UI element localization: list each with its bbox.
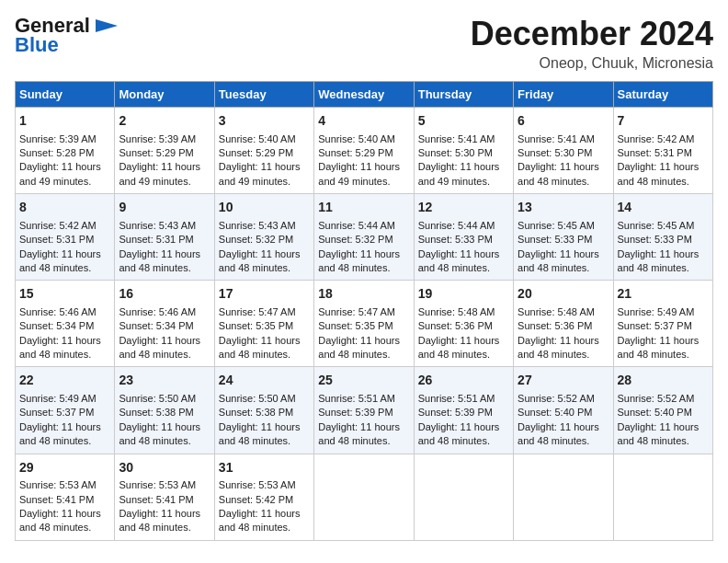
sunrise-label: Sunrise: 5:44 AM: [318, 220, 395, 231]
daylight-label: Daylight: 11 hours and 48 minutes.: [219, 421, 301, 446]
sunset-label: Sunset: 5:41 PM: [119, 494, 193, 505]
day-cell: 10Sunrise: 5:43 AMSunset: 5:32 PMDayligh…: [214, 194, 313, 281]
sunset-label: Sunset: 5:40 PM: [618, 407, 692, 418]
daylight-label: Daylight: 11 hours and 48 minutes.: [119, 421, 200, 446]
day-cell: 24Sunrise: 5:50 AMSunset: 5:38 PMDayligh…: [214, 367, 313, 454]
sunrise-label: Sunrise: 5:39 AM: [119, 133, 196, 144]
col-header-saturday: Saturday: [613, 82, 712, 108]
sunset-label: Sunset: 5:38 PM: [219, 407, 293, 418]
day-cell: 11Sunrise: 5:44 AMSunset: 5:32 PMDayligh…: [314, 194, 414, 281]
daylight-label: Daylight: 11 hours and 49 minutes.: [219, 161, 301, 186]
sunrise-label: Sunrise: 5:48 AM: [418, 306, 495, 317]
sunrise-label: Sunrise: 5:41 AM: [518, 133, 595, 144]
day-cell: 12Sunrise: 5:44 AMSunset: 5:33 PMDayligh…: [414, 194, 513, 281]
week-row-3: 15Sunrise: 5:46 AMSunset: 5:34 PMDayligh…: [16, 281, 713, 367]
day-number: 12: [418, 199, 509, 217]
day-number: 31: [219, 459, 310, 477]
sunset-label: Sunset: 5:31 PM: [119, 234, 193, 245]
daylight-label: Daylight: 11 hours and 48 minutes.: [19, 248, 101, 273]
week-row-1: 1Sunrise: 5:39 AMSunset: 5:28 PMDaylight…: [16, 108, 713, 194]
week-row-4: 22Sunrise: 5:49 AMSunset: 5:37 PMDayligh…: [16, 367, 713, 454]
sunset-label: Sunset: 5:35 PM: [219, 320, 293, 331]
day-cell: 6Sunrise: 5:41 AMSunset: 5:30 PMDaylight…: [514, 108, 613, 194]
daylight-label: Daylight: 11 hours and 48 minutes.: [618, 421, 700, 446]
day-cell: 26Sunrise: 5:51 AMSunset: 5:39 PMDayligh…: [414, 367, 513, 454]
day-number: 2: [119, 112, 210, 131]
sunset-label: Sunset: 5:29 PM: [119, 147, 193, 158]
sunset-label: Sunset: 5:42 PM: [219, 494, 293, 505]
day-number: 4: [318, 112, 409, 131]
day-cell: 18Sunrise: 5:47 AMSunset: 5:35 PMDayligh…: [314, 281, 414, 367]
day-number: 3: [219, 112, 310, 131]
sunset-label: Sunset: 5:34 PM: [19, 320, 94, 331]
sunrise-label: Sunrise: 5:53 AM: [19, 479, 97, 490]
week-row-2: 8Sunrise: 5:42 AMSunset: 5:31 PMDaylight…: [16, 194, 713, 281]
day-number: 28: [618, 372, 709, 390]
day-cell: 14Sunrise: 5:45 AMSunset: 5:33 PMDayligh…: [613, 194, 712, 281]
day-number: 16: [119, 285, 210, 304]
sunrise-label: Sunrise: 5:46 AM: [119, 306, 196, 317]
sunrise-label: Sunrise: 5:41 AM: [418, 133, 495, 144]
col-header-tuesday: Tuesday: [214, 82, 313, 108]
sunset-label: Sunset: 5:29 PM: [318, 147, 392, 158]
sunset-label: Sunset: 5:35 PM: [318, 320, 392, 331]
day-cell: 2Sunrise: 5:39 AMSunset: 5:29 PMDaylight…: [115, 108, 214, 194]
day-number: 9: [119, 199, 210, 217]
day-cell: 3Sunrise: 5:40 AMSunset: 5:29 PMDaylight…: [214, 108, 313, 194]
sunset-label: Sunset: 5:32 PM: [318, 234, 392, 245]
sunset-label: Sunset: 5:31 PM: [19, 234, 94, 245]
day-cell: 15Sunrise: 5:46 AMSunset: 5:34 PMDayligh…: [16, 281, 115, 367]
main-title: December 2024: [471, 15, 713, 53]
sunset-label: Sunset: 5:39 PM: [318, 407, 392, 418]
daylight-label: Daylight: 11 hours and 48 minutes.: [518, 421, 599, 446]
day-number: 19: [418, 285, 509, 304]
day-number: 26: [418, 372, 509, 390]
day-cell: [314, 454, 414, 540]
day-cell: 20Sunrise: 5:48 AMSunset: 5:36 PMDayligh…: [514, 281, 613, 367]
sunrise-label: Sunrise: 5:52 AM: [618, 393, 695, 404]
day-cell: 30Sunrise: 5:53 AMSunset: 5:41 PMDayligh…: [115, 454, 214, 540]
day-number: 24: [219, 372, 310, 390]
daylight-label: Daylight: 11 hours and 49 minutes.: [119, 161, 200, 186]
day-number: 20: [518, 285, 609, 304]
day-number: 8: [19, 199, 110, 217]
day-number: 6: [518, 112, 609, 131]
day-number: 18: [318, 285, 409, 304]
sunset-label: Sunset: 5:36 PM: [418, 320, 493, 331]
day-cell: 31Sunrise: 5:53 AMSunset: 5:42 PMDayligh…: [214, 454, 313, 540]
daylight-label: Daylight: 11 hours and 49 minutes.: [318, 161, 400, 186]
day-cell: 23Sunrise: 5:50 AMSunset: 5:38 PMDayligh…: [115, 367, 214, 454]
daylight-label: Daylight: 11 hours and 49 minutes.: [19, 161, 101, 186]
day-cell: 5Sunrise: 5:41 AMSunset: 5:30 PMDaylight…: [414, 108, 513, 194]
day-number: 13: [518, 199, 609, 217]
sunrise-label: Sunrise: 5:53 AM: [219, 479, 296, 490]
day-cell: 1Sunrise: 5:39 AMSunset: 5:28 PMDaylight…: [16, 108, 115, 194]
sunrise-label: Sunrise: 5:49 AM: [618, 306, 695, 317]
sunset-label: Sunset: 5:31 PM: [618, 147, 692, 158]
day-cell: 4Sunrise: 5:40 AMSunset: 5:29 PMDaylight…: [314, 108, 414, 194]
day-cell: 9Sunrise: 5:43 AMSunset: 5:31 PMDaylight…: [115, 194, 214, 281]
daylight-label: Daylight: 11 hours and 49 minutes.: [418, 161, 500, 186]
day-cell: [514, 454, 613, 540]
svg-marker-0: [96, 19, 118, 32]
col-header-friday: Friday: [514, 82, 613, 108]
sunrise-label: Sunrise: 5:40 AM: [318, 133, 395, 144]
col-header-monday: Monday: [115, 82, 214, 108]
sunset-label: Sunset: 5:37 PM: [19, 407, 94, 418]
daylight-label: Daylight: 11 hours and 48 minutes.: [219, 248, 301, 273]
day-cell: 29Sunrise: 5:53 AMSunset: 5:41 PMDayligh…: [16, 454, 115, 540]
sunset-label: Sunset: 5:30 PM: [418, 147, 493, 158]
sunrise-label: Sunrise: 5:51 AM: [318, 393, 395, 404]
sunset-label: Sunset: 5:33 PM: [418, 234, 493, 245]
sunrise-label: Sunrise: 5:43 AM: [119, 220, 196, 231]
daylight-label: Daylight: 11 hours and 48 minutes.: [418, 248, 500, 273]
day-number: 14: [618, 199, 709, 217]
daylight-label: Daylight: 11 hours and 48 minutes.: [318, 421, 400, 446]
sunrise-label: Sunrise: 5:51 AM: [418, 393, 495, 404]
header-row: SundayMondayTuesdayWednesdayThursdayFrid…: [16, 82, 713, 108]
sunset-label: Sunset: 5:37 PM: [618, 320, 692, 331]
day-cell: 25Sunrise: 5:51 AMSunset: 5:39 PMDayligh…: [314, 367, 414, 454]
sunrise-label: Sunrise: 5:47 AM: [318, 306, 395, 317]
day-cell: 22Sunrise: 5:49 AMSunset: 5:37 PMDayligh…: [16, 367, 115, 454]
sunrise-label: Sunrise: 5:46 AM: [19, 306, 97, 317]
